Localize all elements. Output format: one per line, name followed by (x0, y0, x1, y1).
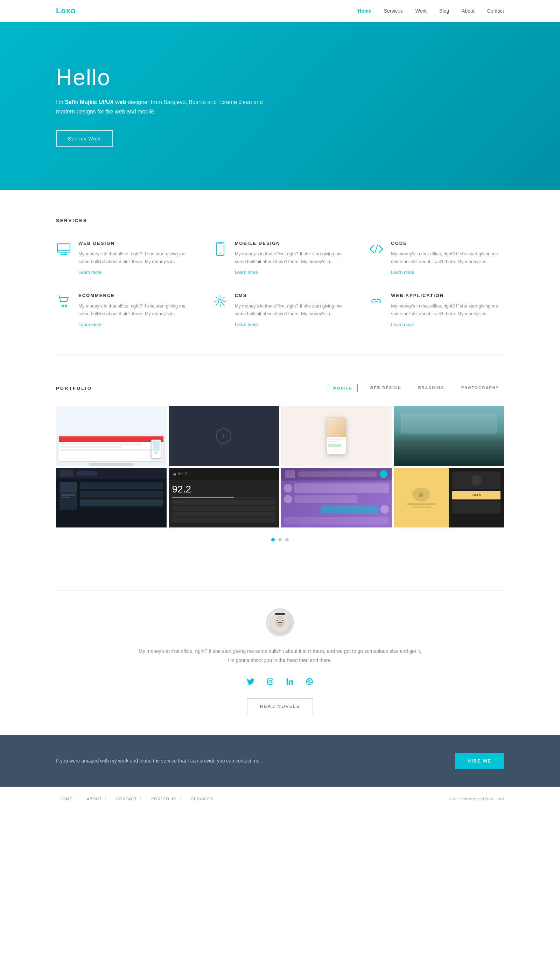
dot-3[interactable] (285, 538, 289, 541)
footer: HOME ABOUT CONTACT PORTFOLIO SERVICES © … (0, 787, 560, 811)
monitor-icon (56, 241, 72, 257)
service-cms: CMS My money's in that office, right? If… (212, 293, 348, 327)
footer-copyright: © All rights reserved 2014, Loxo (449, 797, 504, 801)
services-section: SERVICES WEB DESIGN My money's in that o… (0, 190, 560, 356)
service-code-title: CODE (391, 240, 504, 246)
service-web-design-desc: My money's in that office, right? If she… (78, 250, 192, 265)
dot-2[interactable] (278, 538, 282, 541)
see-work-button[interactable]: See my Work (56, 130, 113, 147)
twitter-icon[interactable] (244, 675, 257, 688)
svg-rect-0 (57, 244, 70, 252)
service-web-app: WEB APPLICATION My money's in that offic… (368, 293, 504, 327)
logo[interactable]: Loxo (56, 6, 76, 15)
read-novels-button[interactable]: READ NOVELS (247, 698, 313, 714)
svg-point-18 (282, 619, 283, 621)
nav-item-about[interactable]: About (462, 8, 475, 14)
nav-item-contact[interactable]: Contact (487, 8, 504, 14)
service-mobile-design: MOBILE DESIGN My money's in that office,… (212, 240, 348, 275)
bio-avatar (266, 608, 294, 636)
portfolio-header: PORTFOLIO MOBILE WEB DESIGN BRANDING PHO… (56, 384, 504, 392)
hero-title: Hello (56, 64, 266, 90)
service-web-app-title: WEB APPLICATION (391, 293, 504, 298)
bio-divider (56, 591, 504, 591)
dot-1[interactable] (271, 538, 275, 541)
footer-link-about[interactable]: ABOUT (83, 797, 106, 801)
svg-rect-5 (216, 243, 224, 255)
nav-item-work[interactable]: Work (415, 8, 427, 14)
gear-icon (212, 294, 228, 309)
add-icon: + (216, 428, 232, 444)
hero-description: I'm Sefik Mujkic UI/UX web designer from… (56, 97, 266, 116)
service-cms-desc: My money's in that office, right? If she… (235, 302, 348, 318)
nav-item-home[interactable]: Home (358, 8, 372, 14)
portfolio-item-1[interactable] (56, 406, 167, 466)
hire-text: If you were amazed with my work and foun… (56, 757, 261, 765)
cart-icon (56, 294, 72, 309)
service-web-app-desc: My money's in that office, right? If she… (391, 302, 504, 318)
svg-point-22 (272, 679, 272, 680)
service-ecommerce-title: ECOMMERCE (78, 293, 192, 298)
portfolio-item-6[interactable]: ◀ 92.2 92.2 (169, 468, 279, 528)
code-icon (368, 241, 384, 257)
service-ecommerce-desc: My money's in that office, right? If she… (78, 302, 192, 318)
portfolio-item-7[interactable] (281, 468, 392, 528)
service-web-app-link[interactable]: Learn more (391, 322, 414, 327)
filter-branding[interactable]: BRANDING (413, 384, 449, 392)
nav-menu: Home Services Work Blog About Contact (358, 8, 504, 14)
service-code-content: CODE My money's in that office, right? I… (391, 240, 504, 275)
mobile-icon (212, 241, 228, 257)
svg-point-11 (218, 299, 222, 303)
portfolio-title: PORTFOLIO (56, 386, 92, 391)
service-web-design-link[interactable]: Learn more (78, 270, 102, 275)
service-cms-link[interactable]: Learn more (235, 322, 258, 327)
service-cms-content: CMS My money's in that office, right? If… (235, 293, 348, 327)
svg-point-17 (277, 619, 278, 621)
nav-item-services[interactable]: Services (384, 8, 403, 14)
services-grid: WEB DESIGN My money's in that office, ri… (56, 240, 504, 327)
nav-item-blog[interactable]: Blog (439, 8, 449, 14)
service-web-design-content: WEB DESIGN My money's in that office, ri… (78, 240, 192, 275)
bio-socials (56, 675, 504, 688)
service-ecommerce-content: ECOMMERCE My money's in that office, rig… (78, 293, 192, 327)
service-web-design: WEB DESIGN My money's in that office, ri… (56, 240, 192, 275)
svg-line-8 (375, 245, 378, 253)
service-ecommerce-link[interactable]: Learn more (78, 322, 102, 327)
portfolio-section: PORTFOLIO MOBILE WEB DESIGN BRANDING PHO… (0, 356, 560, 569)
bio-section: My money's in that office, right? If she… (0, 569, 560, 735)
portfolio-pagination (56, 538, 504, 541)
portfolio-filters: MOBILE WEB DESIGN BRANDING PHOTOGRAPHY (328, 384, 504, 392)
hero-content: Hello I'm Sefik Mujkic UI/UX web designe… (56, 64, 266, 147)
service-code-desc: My money's in that office, right? If she… (391, 250, 504, 265)
filter-web-design[interactable]: WEB DESIGN (365, 384, 407, 392)
service-mobile-design-content: MOBILE DESIGN My money's in that office,… (235, 240, 348, 275)
filter-photography[interactable]: PHOTOGRAPHY (457, 384, 504, 392)
service-code: CODE My money's in that office, right? I… (368, 240, 504, 275)
dribbble-icon[interactable] (303, 675, 316, 688)
svg-point-10 (65, 305, 67, 307)
footer-nav: HOME ABOUT CONTACT PORTFOLIO SERVICES (56, 797, 217, 801)
service-code-link[interactable]: Learn more (391, 270, 414, 275)
bio-text: My money's in that office, right? If she… (137, 647, 423, 664)
footer-link-contact[interactable]: CONTACT (113, 797, 141, 801)
footer-link-portfolio[interactable]: PORTFOLIO (148, 797, 180, 801)
linkedin-icon[interactable] (283, 675, 296, 688)
portfolio-item-8[interactable]: ♛ LOXO (394, 468, 504, 528)
services-title: SERVICES (56, 218, 504, 223)
portfolio-item-3[interactable] (281, 406, 392, 466)
footer-link-services[interactable]: SERVICES (188, 797, 217, 801)
instagram-icon[interactable] (264, 675, 277, 688)
hire-me-button[interactable]: HIRE ME (455, 753, 504, 769)
svg-point-9 (62, 305, 64, 307)
portfolio-item-5[interactable] (56, 468, 167, 528)
portfolio-item-4[interactable] (394, 406, 504, 466)
footer-link-home[interactable]: HOME (56, 797, 76, 801)
hero-section: Hello I'm Sefik Mujkic UI/UX web designe… (0, 22, 560, 190)
svg-point-24 (287, 678, 288, 680)
filter-mobile[interactable]: MOBILE (328, 384, 358, 392)
hire-section: If you were amazed with my work and foun… (0, 735, 560, 787)
service-mobile-design-link[interactable]: Learn more (235, 270, 258, 275)
svg-point-21 (269, 680, 272, 683)
portfolio-item-2[interactable]: + (169, 406, 279, 466)
link-icon (368, 294, 384, 309)
service-mobile-design-title: MOBILE DESIGN (235, 240, 348, 246)
